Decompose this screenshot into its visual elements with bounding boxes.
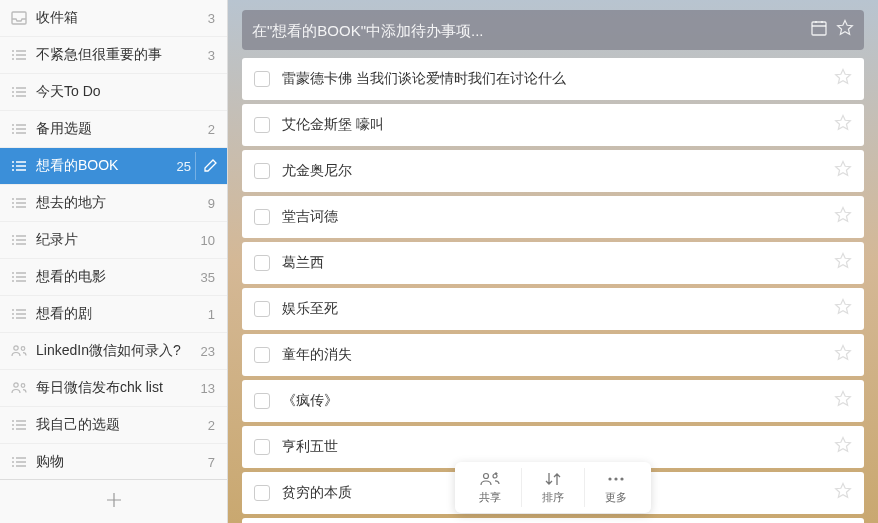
more-button[interactable]: 更多 [585,468,647,507]
list-icon [10,122,28,136]
star-icon[interactable] [834,390,852,412]
sidebar-item-8[interactable]: 想看的剧1 [0,296,227,333]
sidebar-item-7[interactable]: 想看的电影35 [0,259,227,296]
sidebar-item-count: 35 [201,270,215,285]
sidebar-item-0[interactable]: 收件箱3 [0,0,227,37]
task-checkbox[interactable] [254,255,270,271]
sidebar-item-count: 3 [208,48,215,63]
star-icon[interactable] [834,160,852,182]
task-title: 艾伦金斯堡 嚎叫 [282,116,834,134]
add-task-bar [242,10,864,50]
task-checkbox[interactable] [254,301,270,317]
sidebar-item-label: 想看的剧 [36,305,202,323]
task-checkbox[interactable] [254,485,270,501]
sidebar: 收件箱3不紧急但很重要的事3今天To Do备用选题2想看的BOOK25想去的地方… [0,0,228,523]
task-row[interactable]: 艾伦金斯堡 嚎叫 [242,104,864,146]
sidebar-item-label: 想看的电影 [36,268,195,286]
calendar-icon[interactable] [810,19,828,41]
sidebar-list: 收件箱3不紧急但很重要的事3今天To Do备用选题2想看的BOOK25想去的地方… [0,0,227,479]
list-icon [10,455,28,469]
star-icon[interactable] [834,482,852,504]
sidebar-item-count: 3 [208,11,215,26]
share-icon [479,470,501,488]
task-checkbox[interactable] [254,209,270,225]
add-task-input[interactable] [252,22,802,39]
sidebar-item-6[interactable]: 纪录片10 [0,222,227,259]
sidebar-item-label: 备用选题 [36,120,202,138]
task-checkbox[interactable] [254,71,270,87]
task-list: 雷蒙德卡佛 当我们谈论爱情时我们在讨论什么艾伦金斯堡 嚎叫尤金奥尼尔堂吉诃德葛兰… [228,58,878,523]
list-icon [10,85,28,99]
svg-rect-0 [12,12,26,24]
task-row[interactable]: 堂吉诃德 [242,196,864,238]
add-list-button[interactable] [0,479,227,523]
task-row[interactable]: 娱乐至死 [242,288,864,330]
sidebar-item-count: 1 [208,307,215,322]
sidebar-item-label: 今天To Do [36,83,209,101]
sidebar-item-label: LinkedIn微信如何录入? [36,342,195,360]
share-button[interactable]: 共享 [459,468,522,507]
sidebar-item-10[interactable]: 每日微信发布chk list13 [0,370,227,407]
sidebar-item-9[interactable]: LinkedIn微信如何录入?23 [0,333,227,370]
svg-point-2 [21,347,25,351]
sidebar-item-count: 2 [208,418,215,433]
sidebar-item-label: 想去的地方 [36,194,202,212]
list-icon [10,233,28,247]
task-title: 雷蒙德卡佛 当我们谈论爱情时我们在讨论什么 [282,70,834,88]
svg-point-3 [14,383,18,387]
star-icon[interactable] [834,298,852,320]
star-icon[interactable] [834,344,852,366]
sidebar-item-2[interactable]: 今天To Do [0,74,227,111]
task-row[interactable]: 《疯传》 [242,380,864,422]
svg-point-9 [614,477,617,480]
sidebar-item-3[interactable]: 备用选题2 [0,111,227,148]
list-icon [10,270,28,284]
task-row[interactable]: 狂热分子 [242,518,864,523]
sidebar-item-1[interactable]: 不紧急但很重要的事3 [0,37,227,74]
svg-point-6 [484,474,489,479]
sidebar-item-count: 13 [201,381,215,396]
inbox-icon [10,11,28,25]
star-icon[interactable] [834,206,852,228]
task-checkbox[interactable] [254,393,270,409]
list-icon [10,307,28,321]
task-title: 葛兰西 [282,254,834,272]
sidebar-item-count: 23 [201,344,215,359]
svg-point-8 [608,477,611,480]
edit-list-button[interactable] [195,152,223,180]
sidebar-item-11[interactable]: 我自己的选题2 [0,407,227,444]
task-checkbox[interactable] [254,439,270,455]
sidebar-item-count: 10 [201,233,215,248]
task-title: 堂吉诃德 [282,208,834,226]
star-icon[interactable] [834,436,852,458]
task-checkbox[interactable] [254,347,270,363]
task-row[interactable]: 雷蒙德卡佛 当我们谈论爱情时我们在讨论什么 [242,58,864,100]
task-title: 娱乐至死 [282,300,834,318]
task-row[interactable]: 尤金奥尼尔 [242,150,864,192]
sort-button[interactable]: 排序 [522,468,585,507]
sidebar-item-count: 25 [177,159,191,174]
sort-icon [544,470,562,488]
sidebar-item-label: 收件箱 [36,9,202,27]
sidebar-item-12[interactable]: 购物7 [0,444,227,479]
star-icon[interactable] [834,252,852,274]
sidebar-item-label: 购物 [36,453,202,471]
sidebar-item-5[interactable]: 想去的地方9 [0,185,227,222]
svg-point-4 [21,384,25,388]
star-icon[interactable] [834,68,852,90]
sidebar-item-label: 每日微信发布chk list [36,379,195,397]
task-row[interactable]: 葛兰西 [242,242,864,284]
sidebar-item-count: 7 [208,455,215,470]
sidebar-item-label: 我自己的选题 [36,416,202,434]
task-title: 《疯传》 [282,392,834,410]
plus-icon [105,491,123,513]
task-checkbox[interactable] [254,163,270,179]
task-row[interactable]: 童年的消失 [242,334,864,376]
star-icon[interactable] [836,19,854,41]
task-checkbox[interactable] [254,117,270,133]
more-label: 更多 [605,490,627,505]
sidebar-item-4[interactable]: 想看的BOOK25 [0,148,227,185]
svg-point-10 [620,477,623,480]
star-icon[interactable] [834,114,852,136]
sidebar-item-count: 9 [208,196,215,211]
